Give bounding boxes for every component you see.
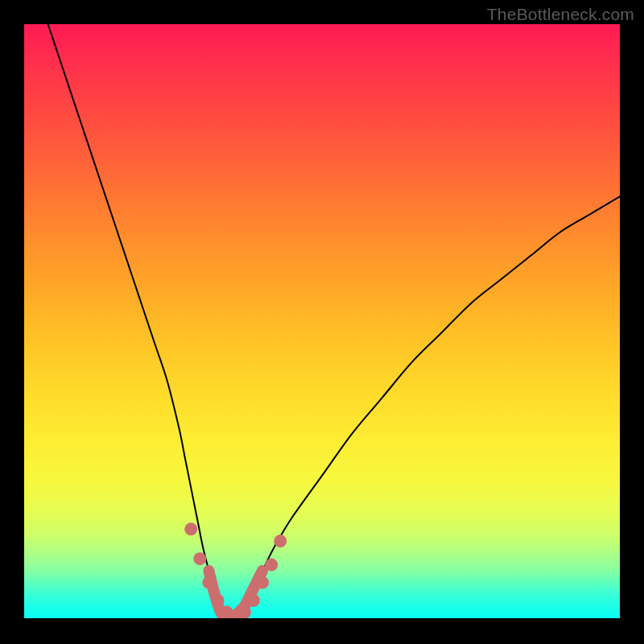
trough-marker-dot <box>247 594 260 607</box>
bottleneck-curve <box>48 24 620 618</box>
chart-frame: TheBottleneck.com <box>0 0 644 644</box>
trough-marker-dot <box>184 522 197 535</box>
trough-marker-dot <box>256 576 269 589</box>
trough-marker-dot <box>265 559 278 572</box>
trough-markers <box>184 522 287 618</box>
trough-marker-dot <box>238 606 251 618</box>
watermark-text: TheBottleneck.com <box>487 5 634 24</box>
trough-marker-dot <box>212 594 225 607</box>
trough-marker-dot <box>274 535 287 547</box>
plot-area <box>24 24 620 618</box>
trough-marker-dot <box>202 576 215 589</box>
trough-marker-dot <box>193 552 206 565</box>
curve-layer <box>24 24 620 618</box>
